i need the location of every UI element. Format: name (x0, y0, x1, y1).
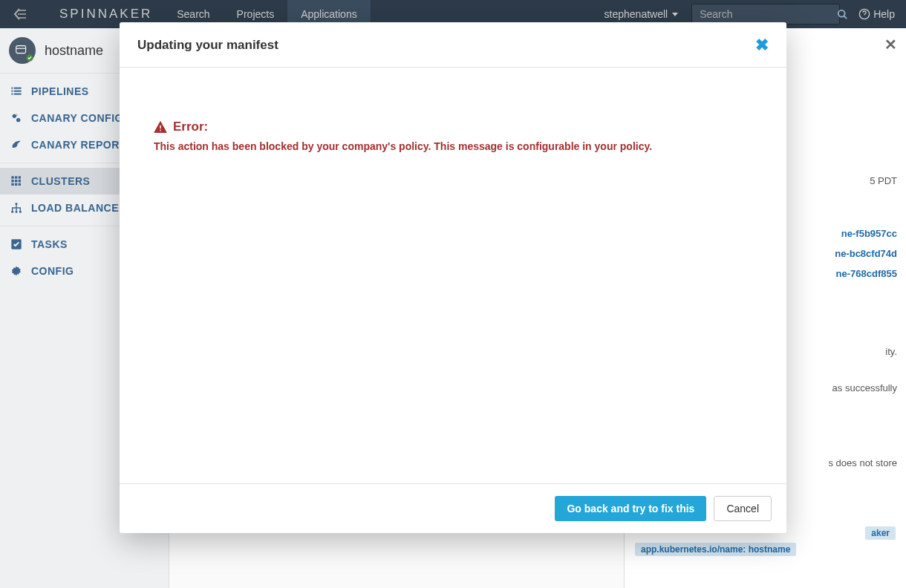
modal-overlay: Updating your manifest ✖ Error: This act… (0, 0, 906, 588)
modal-close-icon[interactable]: ✖ (755, 36, 769, 55)
cancel-button[interactable]: Cancel (714, 496, 772, 521)
error-heading: Error: (154, 120, 752, 134)
error-message: This action has been blocked by your com… (154, 140, 752, 152)
warning-icon (154, 120, 167, 134)
svg-rect-30 (160, 130, 161, 131)
svg-rect-29 (160, 125, 161, 129)
modal-dialog: Updating your manifest ✖ Error: This act… (120, 22, 786, 533)
modal-header: Updating your manifest ✖ (120, 22, 786, 68)
modal-footer: Go back and try to fix this Cancel (120, 483, 786, 533)
error-label: Error: (173, 120, 208, 134)
modal-body: Error: This action has been blocked by y… (120, 68, 786, 483)
go-back-button[interactable]: Go back and try to fix this (555, 496, 706, 521)
modal-title: Updating your manifest (137, 38, 755, 53)
